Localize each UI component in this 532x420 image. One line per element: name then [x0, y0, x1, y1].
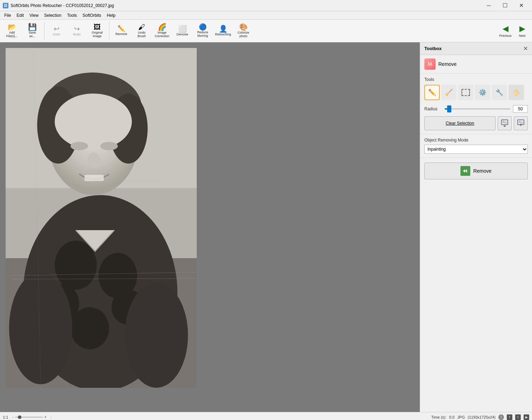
minimize-button[interactable]: ─	[481, 0, 497, 11]
radius-slider-thumb[interactable]	[447, 105, 451, 112]
info-icon[interactable]: i	[498, 414, 504, 420]
import-mask-button[interactable]	[498, 116, 512, 130]
svg-point-19	[125, 283, 188, 388]
remove-title: Remove	[438, 61, 457, 67]
svg-marker-36	[465, 169, 467, 173]
remove-button[interactable]: ✏️ Remove	[112, 21, 131, 41]
settings-icon: ⚙️	[479, 89, 486, 96]
brush-tool-button[interactable]: ✏️	[424, 85, 440, 100]
svg-marker-35	[463, 169, 465, 173]
zoom-plus-icon[interactable]: +	[45, 415, 47, 419]
menu-view[interactable]: View	[27, 12, 41, 19]
redo-label: Redo	[73, 33, 81, 36]
title-bar: 🖼 SoftOrbits Photo Retoucher - CCF010520…	[0, 0, 532, 11]
image-correction-button[interactable]: 🌈 ImageCorrection	[152, 21, 172, 41]
menu-selection[interactable]: Selection	[41, 12, 64, 19]
import-mask-icon	[501, 119, 509, 128]
next-button[interactable]: ▶ Next	[514, 21, 531, 41]
denoise-button[interactable]: ⬜ Denoise	[173, 21, 192, 41]
close-button[interactable]: ✕	[513, 0, 529, 11]
remove-tool-icon	[424, 58, 436, 70]
original-image-button[interactable]: 🖼 OriginalImage	[87, 21, 107, 41]
next-icon: ▶	[519, 24, 525, 33]
menu-edit[interactable]: Edit	[14, 12, 27, 19]
magic-wand-button[interactable]: 🔧	[492, 85, 507, 100]
remove-action-button[interactable]: Remove	[424, 163, 528, 179]
reduce-blurring-icon: 🔵	[199, 24, 207, 30]
next-label: Next	[519, 34, 526, 37]
social-yt-icon[interactable]: ▶	[524, 414, 529, 420]
redo-button[interactable]: ↪ Redo	[67, 21, 87, 41]
menu-softorbits[interactable]: SoftOrbits	[80, 12, 104, 19]
eraser-tool-button[interactable]: 🧹	[441, 85, 457, 100]
toolbox-title: Toolbox	[424, 46, 442, 51]
radius-value-box[interactable]: 50	[513, 105, 528, 113]
action-row: Clear Selection	[424, 116, 528, 130]
svg-rect-32	[519, 121, 521, 123]
retouching-button[interactable]: 👤 Retouching	[213, 21, 233, 41]
previous-icon: ◀	[503, 24, 509, 33]
save-as-button[interactable]: 💾 Saveas...	[22, 21, 42, 41]
social-fb-icon[interactable]: f	[507, 414, 512, 420]
magic-wand-icon: 🔧	[496, 89, 503, 96]
add-files-label: AddFile(s)...	[6, 31, 18, 38]
svg-point-10	[88, 152, 100, 168]
reduce-blurring-label: Reduceblurring	[197, 31, 208, 38]
clear-selection-button[interactable]: Clear Selection	[424, 116, 496, 130]
undo-brush-button[interactable]: 🖌 UndoBrush	[132, 21, 151, 41]
menu-tools[interactable]: Tools	[64, 12, 80, 19]
time-value: 0.0	[449, 415, 454, 419]
undo-brush-icon: 🖌	[138, 23, 145, 30]
reduce-blurring-button[interactable]: 🔵 Reduceblurring	[193, 21, 213, 41]
svg-rect-11	[85, 175, 104, 181]
stamp-tool-button[interactable]: 🖐	[509, 85, 524, 100]
denoise-label: Denoise	[176, 33, 188, 36]
toolbox-header: Toolbox ✕	[420, 42, 532, 55]
zoom-level: 1:1	[3, 415, 8, 419]
redo-icon: ↪	[74, 25, 80, 32]
maximize-button[interactable]: ☐	[497, 0, 513, 11]
previous-label: Previous	[499, 34, 511, 37]
brush-icon: ✏️	[428, 89, 436, 96]
toolbar-sep-2	[109, 22, 109, 40]
zoom-slider[interactable]	[15, 416, 43, 418]
selection-tool-button[interactable]	[458, 85, 473, 100]
undo-button[interactable]: ↩ Undo	[47, 21, 66, 41]
photo-image	[6, 48, 197, 388]
tools-row: ✏️ 🧹 ⚙️ 🔧 🖐	[424, 85, 528, 100]
mode-select[interactable]: Inpainting Smart Fill Stretch	[424, 145, 528, 154]
pencil-eraser-icon	[426, 61, 433, 68]
canvas-area[interactable]	[0, 42, 420, 412]
toolbox-close-button[interactable]: ✕	[523, 45, 528, 52]
zoom-handle[interactable]	[18, 415, 21, 419]
export-mask-button[interactable]	[514, 116, 528, 130]
menu-help[interactable]: Help	[104, 12, 119, 19]
denoise-icon: ⬜	[178, 25, 187, 32]
zoom-minus-icon[interactable]: -	[12, 415, 13, 419]
radius-slider-track[interactable]	[445, 108, 510, 110]
stamp-icon: 🖐	[512, 89, 520, 96]
menu-bar: File Edit View Selection Tools SoftOrbit…	[0, 11, 532, 20]
remove-label: Remove	[115, 33, 127, 36]
toolbar-nav: ◀ Previous ▶ Next	[497, 20, 531, 41]
original-image-icon: 🖼	[94, 23, 101, 30]
retouching-icon: 👤	[219, 25, 228, 32]
export-mask-icon	[517, 119, 525, 128]
colorize-photo-button[interactable]: 🎨 Colorizephoto	[234, 21, 253, 41]
svg-rect-28	[503, 121, 505, 123]
settings-tool-button[interactable]: ⚙️	[475, 85, 490, 100]
social-tw-icon[interactable]: t	[515, 414, 521, 420]
zoom-slider-area[interactable]: - +	[12, 415, 46, 419]
toolbar: 📂 AddFile(s)... 💾 Saveas... ↩ Undo ↪ Red…	[0, 20, 532, 42]
svg-point-18	[9, 272, 72, 384]
image-correction-label: ImageCorrection	[155, 31, 169, 38]
toolbar-tools-group: ✏️ Remove 🖌 UndoBrush 🌈 ImageCorrection …	[111, 20, 254, 41]
tools-section: Tools ✏️ 🧹 ⚙️ 🔧 🖐	[420, 74, 532, 134]
menu-file[interactable]: File	[1, 12, 14, 19]
svg-point-17	[70, 307, 109, 349]
colorize-photo-label: Colorizephoto	[237, 31, 249, 38]
eraser-icon: 🧹	[445, 89, 453, 96]
previous-button[interactable]: ◀ Previous	[497, 21, 514, 41]
svg-point-7	[55, 94, 132, 150]
add-files-button[interactable]: 📂 AddFile(s)...	[2, 21, 22, 41]
